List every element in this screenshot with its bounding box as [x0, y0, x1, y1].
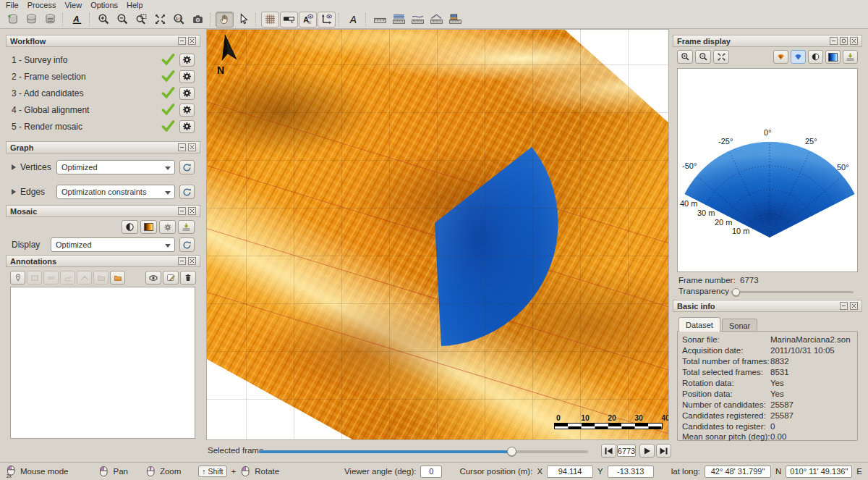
workflow-step-frame-selection[interactable]: 2 - Frame selection	[6, 68, 200, 85]
pan-tool-icon[interactable]	[216, 12, 234, 28]
menu-file[interactable]: File	[6, 1, 19, 9]
image-ruler-icon[interactable]	[446, 12, 464, 28]
fd-contrast-icon[interactable]	[808, 50, 823, 64]
dataset-properties-icon[interactable]	[41, 12, 59, 28]
collapse-icon[interactable]	[178, 207, 186, 215]
zoom-region-icon[interactable]	[132, 12, 150, 28]
profile-ruler-icon[interactable]	[409, 12, 427, 28]
frame-slider[interactable]	[259, 450, 588, 453]
close-icon[interactable]	[850, 302, 858, 310]
select-tool-icon[interactable]	[234, 12, 252, 28]
zoom-fit-icon[interactable]	[151, 12, 169, 28]
first-frame-icon[interactable]	[601, 444, 616, 458]
zoom-actual-icon[interactable]: 1:1	[170, 12, 188, 28]
fd-zoom-fit-icon[interactable]	[713, 50, 729, 64]
export-mosaic-icon[interactable]	[178, 220, 195, 234]
folder-icon[interactable]	[93, 271, 109, 285]
transparency-slider[interactable]	[731, 291, 854, 293]
tab-dataset[interactable]: Dataset	[678, 317, 720, 332]
workflow-step-add-candidates[interactable]: 3 - Add candidates	[6, 85, 200, 101]
orange-colormap-icon[interactable]	[140, 220, 157, 234]
add-profile-icon[interactable]	[60, 271, 75, 285]
vertices-select[interactable]: Optimized	[56, 160, 175, 174]
frame-view[interactable]: -50° -25° 0° 25° 50° 40 m 30 m 20 m 10 m	[677, 68, 858, 272]
refresh-vertices-button[interactable]	[179, 160, 195, 174]
menu-bar: File Process View Options Help	[0, 0, 868, 10]
load-annotations-icon[interactable]	[110, 271, 125, 285]
gear-icon[interactable]	[179, 104, 195, 117]
edges-expander-icon[interactable]	[12, 189, 16, 195]
collapse-icon[interactable]	[840, 302, 848, 310]
add-marker-icon[interactable]	[10, 271, 25, 285]
export-frame-icon[interactable]	[843, 50, 858, 64]
refresh-edges-button[interactable]	[179, 185, 195, 199]
scalebar-ruler-icon[interactable]	[371, 12, 389, 28]
menu-view[interactable]: View	[64, 1, 82, 9]
gear-icon[interactable]	[179, 54, 195, 67]
frame-number-input[interactable]: 6773	[617, 445, 636, 457]
gear-icon[interactable]	[179, 120, 195, 133]
font-icon[interactable]: A	[68, 12, 86, 28]
menu-help[interactable]: Help	[127, 1, 143, 9]
annotations-list[interactable]	[10, 287, 195, 439]
collapse-icon[interactable]	[178, 257, 186, 265]
layers-ruler-icon[interactable]	[390, 12, 408, 28]
latitude-field[interactable]: 42° 48' 31.799"	[705, 466, 771, 478]
detach-icon[interactable]	[840, 37, 848, 45]
workflow-step-global-alignment[interactable]: 4 - Global alignment	[6, 101, 200, 118]
new-dataset-icon[interactable]	[4, 12, 22, 28]
raw-frame-icon[interactable]: a	[773, 50, 788, 64]
zoom-out-icon[interactable]	[114, 12, 132, 28]
add-rectangle-icon[interactable]	[27, 271, 42, 285]
cursor-y-field[interactable]: -13.313	[608, 466, 654, 478]
display-select[interactable]: Optimized	[51, 237, 175, 252]
close-icon[interactable]	[188, 37, 196, 45]
play-icon[interactable]	[639, 444, 655, 458]
menu-process[interactable]: Process	[27, 1, 56, 9]
workflow-step-survey-info[interactable]: 1 - Survey info	[6, 51, 200, 68]
mosaic-canvas[interactable]: N 0 10 20 30 40	[206, 29, 669, 440]
selected-frame-bar: Selected frame 6773	[206, 442, 669, 460]
vertices-expander-icon[interactable]	[12, 164, 16, 170]
frame-slider-handle[interactable]	[507, 447, 516, 456]
last-frame-icon[interactable]	[656, 444, 671, 458]
edit-annotation-icon[interactable]	[163, 271, 179, 285]
collapse-icon[interactable]	[830, 37, 838, 45]
add-ruler-icon[interactable]	[43, 271, 59, 285]
close-icon[interactable]	[188, 257, 196, 265]
annotation-text-icon[interactable]: A	[344, 12, 362, 28]
fd-zoom-out-icon[interactable]	[695, 50, 711, 64]
longitude-field[interactable]: 010° 11' 49.136"	[786, 466, 852, 478]
fd-zoom-in-icon[interactable]	[677, 50, 693, 64]
protractor-ruler-icon[interactable]	[427, 12, 446, 28]
close-icon[interactable]	[188, 143, 196, 151]
delete-annotation-icon[interactable]	[180, 271, 196, 285]
snapshot-icon[interactable]	[189, 12, 207, 28]
close-icon[interactable]	[188, 207, 196, 215]
axes-visibility-icon[interactable]	[318, 12, 336, 28]
edges-select[interactable]: Optimization constraints	[56, 185, 175, 199]
contrast-icon[interactable]	[122, 220, 138, 234]
grid-toggle-icon[interactable]	[261, 12, 279, 28]
workflow-step-render-mosaic[interactable]: 5 - Render mosaic	[6, 118, 200, 135]
collapse-icon[interactable]	[178, 143, 186, 151]
gear-icon[interactable]	[179, 87, 195, 100]
blue-colormap-icon[interactable]	[825, 50, 841, 64]
processed-frame-icon[interactable]	[791, 50, 806, 64]
cursor-x-field[interactable]: 94.114	[547, 466, 593, 478]
open-dataset-icon[interactable]	[22, 12, 41, 28]
refresh-display-button[interactable]	[179, 237, 195, 252]
show-annotations-icon[interactable]	[145, 271, 161, 285]
add-angle-icon[interactable]	[77, 271, 92, 285]
mosaic-settings-icon[interactable]	[159, 220, 176, 234]
colorbar-toggle-icon[interactable]	[280, 12, 298, 28]
tab-sonar[interactable]: Sonar	[722, 319, 757, 332]
close-icon[interactable]	[850, 37, 858, 45]
transparency-slider-handle[interactable]	[732, 288, 740, 296]
viewer-angle-input[interactable]: 0	[420, 466, 442, 478]
zoom-in-icon[interactable]	[95, 12, 113, 28]
gear-icon[interactable]	[179, 70, 195, 83]
compass-visibility-icon[interactable]: AN	[299, 12, 317, 28]
menu-options[interactable]: Options	[90, 1, 118, 9]
collapse-icon[interactable]	[178, 37, 186, 45]
